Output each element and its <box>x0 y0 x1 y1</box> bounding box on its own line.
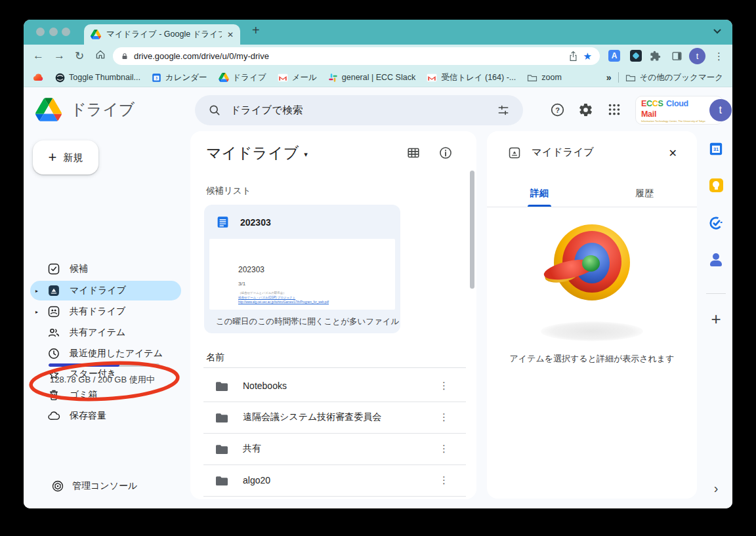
eccs-brand-subtitle: Information Technology Center, The Unive… <box>641 120 705 123</box>
tab-close-icon[interactable]: ✕ <box>227 30 234 39</box>
row-menu-icon[interactable]: ⋮ <box>439 411 449 423</box>
rail-tasks-icon[interactable] <box>700 216 732 230</box>
tab-details[interactable]: 詳細 <box>487 188 592 199</box>
screenshot-root: マイドライブ - Google ドライブ ✕ + ← → ↻ drive.goo… <box>0 0 756 536</box>
row-menu-icon[interactable]: ⋮ <box>439 380 449 392</box>
bookmarks-overflow-chevrons[interactable]: » <box>606 72 612 83</box>
browser-tab[interactable]: マイドライブ - Google ドライブ ✕ <box>84 24 240 45</box>
rail-contacts-icon[interactable] <box>700 253 732 267</box>
file-browser-panel: マイドライブ ▾ 候補リスト 202303 202303 3/1 <box>190 131 476 499</box>
drive-app: ドライブ ドライブで検索 ? ECCS Cloud Mail Infor <box>24 87 732 508</box>
row-menu-icon[interactable]: ⋮ <box>439 474 449 486</box>
sidebar-item-storage[interactable]: 保存容量 <box>30 406 181 426</box>
rail-calendar-icon[interactable]: 31 <box>700 142 732 156</box>
url-text: drive.google.com/drive/u/0/my-drive <box>134 51 563 61</box>
sidebar-item-recent[interactable]: 最近使用したアイテム <box>30 344 181 363</box>
sidebar-item-my-drive[interactable]: ▸ マイドライブ <box>30 281 181 300</box>
new-tab-button[interactable]: + <box>252 23 260 38</box>
illustration-shadow <box>541 321 643 341</box>
bookmarks-divider <box>618 72 619 83</box>
bookmark-star-icon[interactable]: ★ <box>583 51 592 62</box>
close-details-icon[interactable]: ✕ <box>669 147 677 159</box>
suggested-file-card[interactable]: 202303 202303 3/1 （組合せゲームとパズルの研究会） 組合せゲー… <box>204 205 400 333</box>
storage-progress-bar <box>49 363 159 367</box>
new-button[interactable]: + 新規 <box>33 140 98 175</box>
reload-button[interactable]: ↻ <box>75 49 84 63</box>
bookmark-toggle-thumbnail[interactable]: Toggle Thumbnail... <box>55 73 140 83</box>
storage-usage-label: 128.78 GB / 200 GB 使用中 <box>50 374 155 386</box>
sidebar-item-suggested[interactable]: 候補 <box>30 259 181 279</box>
sidebar-item-trash[interactable]: ゴミ箱 <box>30 385 181 405</box>
window-minimize-button[interactable] <box>49 28 58 36</box>
bookmark-calendar[interactable]: 3 カレンダー <box>152 72 207 83</box>
folder-row[interactable]: Notebooks ⋮ <box>203 370 466 402</box>
rail-hide-panel-chevron-icon[interactable]: › <box>700 481 732 496</box>
folder-row[interactable]: algo20 ⋮ <box>203 464 466 497</box>
side-panel-icon[interactable] <box>671 51 682 62</box>
address-bar[interactable]: drive.google.com/drive/u/0/my-drive ★ <box>113 47 600 65</box>
bookmark-zoom-folder[interactable]: zoom <box>527 73 562 82</box>
settings-gear-icon[interactable] <box>578 102 593 117</box>
check-square-icon <box>47 262 60 276</box>
window-close-button[interactable] <box>36 28 45 36</box>
forward-button[interactable]: → <box>54 49 65 62</box>
drive-logo[interactable]: ドライブ <box>35 98 135 121</box>
grid-view-toggle-icon[interactable] <box>406 146 421 160</box>
tab-activity[interactable]: 履歴 <box>592 188 697 199</box>
sidebar-item-shared-with-me[interactable]: 共有アイテム <box>30 323 181 342</box>
window-zoom-button[interactable] <box>62 28 70 36</box>
row-menu-icon[interactable]: ⋮ <box>439 443 449 455</box>
home-button[interactable] <box>94 49 106 60</box>
drive-favicon-icon <box>91 30 101 39</box>
search-input[interactable]: ドライブで検索 <box>195 95 523 125</box>
bookmark-inbox[interactable]: 受信トレイ (164) -... <box>427 72 516 83</box>
drive-app-name: ドライブ <box>70 99 135 120</box>
apps-grid-icon[interactable] <box>607 102 621 117</box>
tab-title: マイドライブ - Google ドライブ <box>106 29 222 40</box>
bookmark-gmail[interactable]: メール <box>278 72 317 83</box>
rail-divider <box>706 293 726 294</box>
extensions-puzzle-icon[interactable] <box>650 51 661 62</box>
folder-icon <box>215 412 228 423</box>
file-preview-thumbnail[interactable]: 202303 3/1 （組合せゲームとパズルの研究会） 組合せゲーム・パズル(C… <box>209 239 395 310</box>
extension-dark-icon[interactable] <box>630 50 642 62</box>
help-icon[interactable]: ? <box>550 102 565 117</box>
people-icon <box>47 326 60 339</box>
details-panel: マイドライブ ✕ 詳細 履歴 アイテムを選択すると詳細が表示されます <box>487 131 697 499</box>
admin-console-link[interactable]: 管理コンソール <box>51 480 137 493</box>
other-bookmarks-folder[interactable]: その他のブックマーク <box>625 72 723 83</box>
my-drive-title-dropdown[interactable]: マイドライブ ▾ <box>206 143 308 163</box>
bookmark-drive[interactable]: ドライブ <box>219 72 266 83</box>
expand-caret-icon[interactable]: ▸ <box>30 288 43 294</box>
tab-search-chevron-icon[interactable] <box>713 28 722 35</box>
browser-profile-avatar[interactable]: t <box>689 48 705 64</box>
column-header-name[interactable]: 名前 <box>206 352 224 363</box>
sidebar-item-shared-drives[interactable]: ▸ 共有ドライブ <box>30 302 181 321</box>
bookmark-cloud[interactable] <box>33 73 44 81</box>
bookmark-slack[interactable]: general | ECC Slack <box>328 73 415 83</box>
back-button[interactable]: ← <box>33 49 44 62</box>
folder-icon <box>215 381 228 392</box>
details-info-icon[interactable] <box>438 146 453 160</box>
folder-row[interactable]: 共有 ⋮ <box>203 433 466 465</box>
scrollbar-thumb[interactable] <box>470 171 474 289</box>
account-avatar[interactable]: t <box>709 99 732 121</box>
eccs-brand: ECCS Cloud Mail Information Technology C… <box>641 98 705 123</box>
lock-icon <box>121 52 129 61</box>
folder-row[interactable]: 遠隔会議システム技術審査委員会 ⋮ <box>203 402 466 434</box>
share-icon[interactable] <box>568 51 578 62</box>
rail-add-icon[interactable]: + <box>700 309 732 329</box>
browser-menu-icon[interactable]: ⋮ <box>714 51 724 62</box>
empty-state-message: アイテムを選択すると詳細が表示されます <box>487 353 697 365</box>
cloud-icon <box>47 409 60 423</box>
expand-caret-icon[interactable]: ▸ <box>30 309 43 315</box>
account-card[interactable]: ECCS Cloud Mail Information Technology C… <box>635 96 723 125</box>
tab-strip: マイドライブ - Google ドライブ ✕ + <box>24 20 732 45</box>
tabs-divider <box>487 207 697 207</box>
svg-text:3: 3 <box>156 76 158 80</box>
translate-icon[interactable]: A <box>608 50 620 62</box>
my-drive-icon <box>47 284 60 297</box>
search-options-tune-icon[interactable] <box>497 104 510 117</box>
browser-toolbar: ← → ↻ drive.google.com/drive/u/0/my-driv… <box>24 45 732 68</box>
rail-keep-icon[interactable] <box>700 178 732 192</box>
